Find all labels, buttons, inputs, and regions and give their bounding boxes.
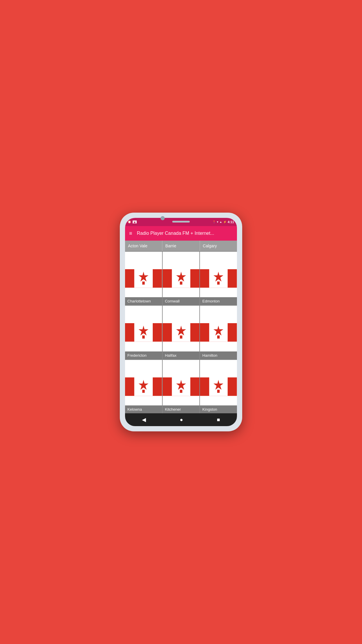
city-label-cornwall: Cornwall xyxy=(163,297,200,305)
city-card-cornwall[interactable]: Cornwall xyxy=(163,252,200,305)
status-left: ▦ xyxy=(128,220,137,223)
wifi-icon: ▾ xyxy=(217,220,218,223)
app-bar: ≡ Radio Player Canada FM + Internet... xyxy=(125,226,237,241)
svg-rect-3 xyxy=(142,281,145,285)
city-card-edmonton[interactable]: Edmonton xyxy=(200,252,237,305)
phone-frame: ▦ 📍 ▾ ▲ ⚡ 4:11 ≡ Radio Player Canada FM … xyxy=(120,213,242,431)
city-card-kelowna[interactable]: Kelowna xyxy=(125,360,163,413)
city-card-fredericton[interactable]: Fredericton xyxy=(125,306,163,359)
top-list-row: Acton Vale Barrie Calgary xyxy=(125,241,237,251)
camera xyxy=(161,216,165,220)
city-label-kingston: Kingston xyxy=(200,405,237,413)
back-button[interactable]: ◀ xyxy=(137,415,151,425)
svg-rect-35 xyxy=(217,390,219,393)
sim-icon: ▦ xyxy=(133,220,137,223)
city-label-fredericton: Fredericton xyxy=(125,351,162,359)
status-bar: ▦ 📍 ▾ ▲ ⚡ 4:11 xyxy=(125,218,237,226)
grid-row-3: Kelowna Kitchener xyxy=(125,359,237,413)
city-card-halifax[interactable]: Halifax xyxy=(163,306,200,359)
city-label-charlottetown: Charlottetown xyxy=(125,297,162,305)
top-list-item-acton-vale[interactable]: Acton Vale xyxy=(125,241,162,251)
recent-apps-button[interactable]: ■ xyxy=(212,415,225,425)
city-label-kelowna: Kelowna xyxy=(125,405,162,413)
top-list-item-barrie[interactable]: Barrie xyxy=(162,241,200,251)
home-button[interactable]: ● xyxy=(175,415,188,425)
svg-rect-7 xyxy=(180,281,182,285)
signal-icon: ▲ xyxy=(219,220,222,223)
battery-icon: ⚡ xyxy=(223,220,226,223)
city-card-kitchener[interactable]: Kitchener xyxy=(163,360,200,413)
svg-rect-31 xyxy=(180,390,182,393)
grid-row-1: Charlottetown Cornwall xyxy=(125,251,237,305)
status-right: 📍 ▾ ▲ ⚡ 4:11 xyxy=(212,220,234,224)
phone-screen: ▦ 📍 ▾ ▲ ⚡ 4:11 ≡ Radio Player Canada FM … xyxy=(125,218,237,426)
svg-rect-15 xyxy=(142,336,145,339)
city-card-hamilton[interactable]: Hamilton xyxy=(200,306,237,359)
city-grid: Charlottetown Cornwall xyxy=(125,251,237,413)
city-card-kingston[interactable]: Kingston xyxy=(200,360,237,413)
hamburger-icon[interactable]: ≡ xyxy=(129,231,132,236)
svg-rect-23 xyxy=(217,336,219,339)
city-card-charlottetown[interactable]: Charlottetown xyxy=(125,252,163,305)
svg-rect-11 xyxy=(217,281,219,285)
city-label-hamilton: Hamilton xyxy=(200,351,237,359)
city-label-halifax: Halifax xyxy=(163,351,200,359)
city-label-kitchener: Kitchener xyxy=(163,405,200,413)
city-label-edmonton: Edmonton xyxy=(200,297,237,305)
recording-indicator xyxy=(128,220,131,223)
location-icon: 📍 xyxy=(212,220,216,223)
app-title: Radio Player Canada FM + Internet... xyxy=(137,231,233,236)
time-display: 4:11 xyxy=(228,220,234,224)
top-list-item-calgary[interactable]: Calgary xyxy=(200,241,237,251)
svg-rect-27 xyxy=(142,390,145,393)
svg-rect-19 xyxy=(180,336,182,339)
grid-row-2: Fredericton Halifax xyxy=(125,305,237,359)
nav-bar: ◀ ● ■ xyxy=(125,413,237,426)
